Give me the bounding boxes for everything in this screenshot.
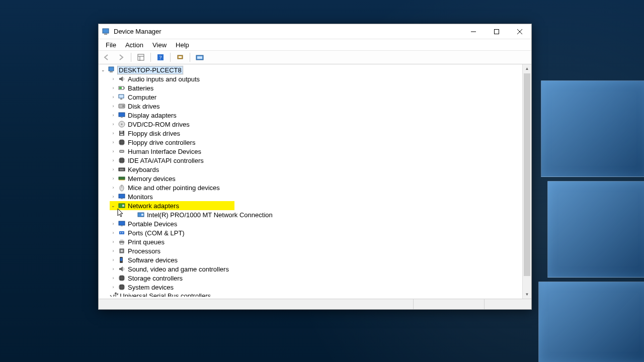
minimize-button[interactable] [462,24,485,39]
tree-item-label: IDE ATA/ATAPI controllers [128,157,204,164]
tree-item-usb[interactable]: ›Universal Serial Bus controllers [99,292,531,299]
tree-item-disk[interactable]: ›Disk drives [99,102,531,111]
expand-caret[interactable]: › [110,121,117,128]
audio-icon [118,75,126,83]
svg-rect-51 [120,276,124,280]
tree-item-batteries[interactable]: ›Batteries [99,83,531,93]
expand-caret[interactable]: › [110,247,117,254]
maximize-button[interactable] [485,24,508,39]
expand-caret[interactable]: › [110,112,117,119]
expand-caret[interactable]: › [110,94,117,101]
tree-item-portable[interactable]: ›Portable Devices [99,219,531,228]
tree-item-audio[interactable]: ›Audio inputs and outputs [99,74,531,83]
help-button[interactable]: ? [154,51,167,63]
tree-item-hid[interactable]: ›Human Interface Devices [99,147,531,156]
display-icon [118,111,126,119]
svg-rect-33 [119,194,125,198]
tree-item-label: Floppy disk drives [128,130,180,137]
tree-item-dvd[interactable]: ›DVD/CD-ROM drives [99,120,531,129]
tree-item-ports[interactable]: ›Ports (COM & LPT) [99,228,531,237]
tree-item-keyboards[interactable]: ›Keyboards [99,165,531,174]
collapse-caret[interactable]: ⌄ [110,202,117,209]
tree-item-software[interactable]: ›Software devices [99,255,531,264]
tree-item-processors[interactable]: ›Processors [99,246,531,255]
scan-hardware-button[interactable] [174,51,187,63]
tree-item-label: DVD/CD-ROM drives [128,121,190,128]
tree-item-display[interactable]: ›Display adapters [99,111,531,120]
network-icon [118,202,126,210]
expand-caret[interactable]: › [110,139,117,146]
show-hide-tree-button[interactable] [134,51,147,63]
expand-caret[interactable]: › [110,130,117,137]
svg-rect-34 [121,199,123,199]
tree-item-label: Processors [128,247,160,255]
tree-item-sound[interactable]: ›Sound, video and game controllers [99,264,531,274]
tree-item-monitors[interactable]: ›Monitors [99,192,531,201]
forward-button[interactable] [115,51,128,63]
tree-item-computer[interactable]: ›Computer [99,93,531,102]
expand-caret[interactable]: › [110,166,117,173]
tree-item-network[interactable]: ⌄Network adapters [99,201,531,210]
expand-caret[interactable]: › [110,229,117,236]
menu-action[interactable]: Action [121,40,147,50]
menu-help[interactable]: Help [172,40,193,50]
svg-rect-52 [120,285,124,289]
tree-root[interactable]: ⌄DESKTOP-PLCECT8 [99,65,531,74]
tree-item-printq[interactable]: ›Print queues [99,237,531,246]
svg-rect-16 [120,99,122,100]
expand-caret[interactable]: › [110,275,117,282]
device-tree[interactable]: ⌄DESKTOP-PLCECT8›Audio inputs and output… [99,64,531,299]
tree-item-floppy_ctrl[interactable]: ›Floppy drive controllers [99,138,531,147]
scrollbar[interactable]: ▲ ▼ [522,64,531,299]
desktop-pane-1 [541,80,644,177]
portable-icon [118,220,126,228]
toolbar-separator [170,53,171,62]
expand-caret[interactable]: › [110,75,117,82]
tree-item-label: Audio inputs and outputs [128,75,200,83]
properties-button[interactable] [193,51,206,63]
expand-caret[interactable]: › [110,175,117,182]
tree-item-floppy_disk[interactable]: ›Floppy disk drives [99,129,531,138]
ide-icon [118,156,126,164]
expand-caret[interactable]: › [110,220,117,227]
svg-point-42 [120,232,121,233]
tree-item-label: Ports (COM & LPT) [128,229,185,237]
menu-view[interactable]: View [148,40,171,50]
expand-caret[interactable]: › [110,256,117,263]
svg-rect-15 [119,95,124,98]
expand-caret[interactable]: › [110,103,117,110]
tree-item-ide[interactable]: ›IDE ATA/ATAPI controllers [99,156,531,165]
expand-caret[interactable]: › [110,193,117,200]
expand-caret[interactable]: › [110,157,117,164]
batteries-icon [118,84,126,92]
back-button[interactable] [101,51,114,63]
tree-item-mice[interactable]: ›Mice and other pointing devices [99,183,531,192]
statusbar [99,299,531,309]
expand-caret[interactable]: › [110,265,117,273]
status-cell-1 [99,299,414,309]
expand-caret[interactable]: › [110,148,117,155]
tree-item-memory[interactable]: ›Memory devices [99,174,531,183]
expand-caret[interactable]: › [110,84,117,92]
titlebar[interactable]: Device Manager [99,24,531,39]
close-button[interactable] [508,24,531,39]
collapse-caret[interactable]: ⌄ [100,66,107,73]
scroll-down-button[interactable]: ▼ [523,290,531,299]
tree-item-label: Batteries [128,84,153,92]
svg-point-22 [121,124,123,125]
tree-item-system[interactable]: ›System devices [99,283,531,292]
computer-icon [108,66,116,74]
scroll-up-button[interactable]: ▲ [523,64,531,73]
svg-point-43 [122,232,123,233]
expand-caret[interactable]: › [110,284,117,291]
tree-item-storage[interactable]: ›Storage controllers [99,274,531,283]
menu-file[interactable]: File [102,40,120,50]
tree-item-label: Human Interface Devices [128,148,201,155]
tree-item-label: Print queues [128,238,165,246]
tree-item-intel_nic[interactable]: Intel(R) PRO/1000 MT Network Connection [99,210,531,219]
expand-caret[interactable]: › [110,238,117,245]
svg-rect-48 [121,250,123,252]
expand-caret[interactable]: › [110,184,117,191]
scroll-thumb[interactable] [524,73,530,276]
svg-rect-2 [495,29,499,34]
